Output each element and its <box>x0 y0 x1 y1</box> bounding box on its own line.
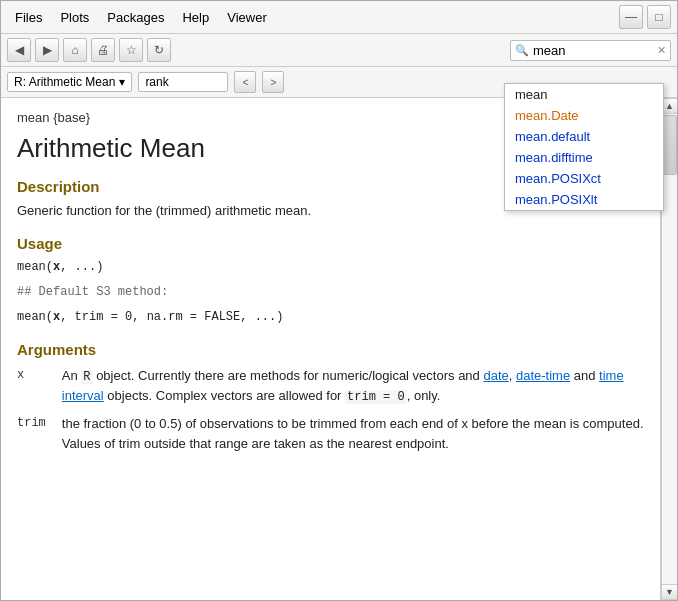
args-table: x An R object. Currently there are metho… <box>17 366 644 461</box>
arg-trim-row: trim the fraction (0 to 0.5) of observat… <box>17 414 644 461</box>
menu-packages[interactable]: Packages <box>99 7 172 28</box>
date-time-link[interactable]: date-time <box>516 368 570 383</box>
menu-viewer[interactable]: Viewer <box>219 7 275 28</box>
scroll-track <box>662 114 677 584</box>
autocomplete-item-mean[interactable]: mean <box>505 84 663 105</box>
usage-code1: mean(x, ...) <box>17 258 644 277</box>
forward-button[interactable]: ▶ <box>35 38 59 62</box>
nav-next-button[interactable]: > <box>262 71 284 93</box>
search-clear-icon[interactable]: ✕ <box>657 44 666 57</box>
bookmark-button[interactable]: ☆ <box>119 38 143 62</box>
toolbar: ◀ ▶ ⌂ 🖨 ☆ ↻ 🔍 ✕ mean mean.Date mean.defa… <box>1 34 677 67</box>
autocomplete-item-mean-posixct[interactable]: mean.POSIXct <box>505 168 663 189</box>
r-inline: R <box>81 370 92 384</box>
search-box: 🔍 ✕ mean mean.Date mean.default mean.dif… <box>510 40 671 61</box>
scroll-up-button[interactable]: ▲ <box>662 98 677 114</box>
back-button[interactable]: ◀ <box>7 38 31 62</box>
search-icon: 🔍 <box>515 44 529 57</box>
date-link[interactable]: date <box>483 368 508 383</box>
search-input[interactable] <box>533 43 653 58</box>
autocomplete-item-mean-difftime[interactable]: mean.difftime <box>505 147 663 168</box>
rank-input[interactable] <box>138 72 228 92</box>
section-arguments-label: Arguments <box>17 341 644 358</box>
section-usage-label: Usage <box>17 235 644 252</box>
arg-x-desc: An R object. Currently there are methods… <box>62 366 644 414</box>
autocomplete-item-mean-date[interactable]: mean.Date <box>505 105 663 126</box>
arg-x-row: x An R object. Currently there are metho… <box>17 366 644 414</box>
addr-dropdown[interactable]: R: Arithmetic Mean ▾ <box>7 72 132 92</box>
nav-prev-button[interactable]: < <box>234 71 256 93</box>
addr-dropdown-chevron-icon: ▾ <box>119 75 125 89</box>
print-button[interactable]: 🖨 <box>91 38 115 62</box>
arg-trim-name: trim <box>17 414 62 461</box>
addr-dropdown-label: R: Arithmetic Mean <box>14 75 115 89</box>
doc-pkg: mean {base} <box>17 110 90 125</box>
home-button[interactable]: ⌂ <box>63 38 87 62</box>
app-window: Files Plots Packages Help Viewer — □ ◀ ▶… <box>0 0 678 601</box>
scroll-down-button[interactable]: ▼ <box>662 584 677 600</box>
autocomplete-item-mean-posixlt[interactable]: mean.POSIXlt <box>505 189 663 210</box>
menu-help[interactable]: Help <box>174 7 217 28</box>
autocomplete-dropdown: mean mean.Date mean.default mean.difftim… <box>504 83 664 211</box>
arg-trim-desc: the fraction (0 to 0.5) of observations … <box>62 414 644 461</box>
autocomplete-item-mean-default[interactable]: mean.default <box>505 126 663 147</box>
scroll-thumb[interactable] <box>663 115 677 175</box>
refresh-button[interactable]: ↻ <box>147 38 171 62</box>
menubar: Files Plots Packages Help Viewer — □ <box>1 1 677 34</box>
usage-code3: mean(x, trim = 0, na.rm = FALSE, ...) <box>17 308 644 327</box>
trim-inline: trim = 0 <box>345 390 407 404</box>
usage-code2: ## Default S3 method: <box>17 283 644 302</box>
window-maximize-button[interactable]: □ <box>647 5 671 29</box>
menu-plots[interactable]: Plots <box>52 7 97 28</box>
arg-x-name: x <box>17 366 62 414</box>
menu-files[interactable]: Files <box>7 7 50 28</box>
window-minimize-button[interactable]: — <box>619 5 643 29</box>
